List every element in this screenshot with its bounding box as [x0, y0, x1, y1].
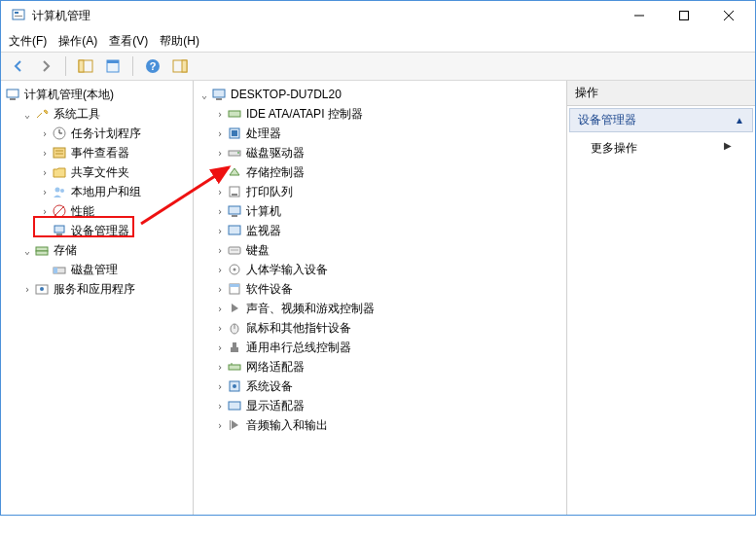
device-category[interactable]: ›通用串行总线控制器	[196, 338, 564, 357]
svg-rect-18	[54, 148, 65, 158]
svg-rect-37	[232, 130, 237, 136]
svg-rect-8	[79, 60, 84, 72]
expand-icon[interactable]: ›	[213, 323, 227, 334]
device-category[interactable]: ›存储控制器	[196, 162, 564, 182]
device-category[interactable]: ›软件设备	[196, 279, 564, 299]
action-pane-button[interactable]	[168, 54, 192, 78]
tree-task-scheduler[interactable]: 任务计划程序	[71, 126, 141, 142]
device-category-icon	[227, 242, 242, 258]
expand-icon[interactable]: ⌄	[20, 245, 34, 256]
device-category[interactable]: ›打印队列	[196, 182, 564, 201]
expand-icon[interactable]: ›	[213, 206, 227, 217]
properties-button[interactable]	[101, 54, 125, 78]
menu-file[interactable]: 文件(F)	[9, 33, 47, 50]
event-viewer-icon	[52, 145, 67, 161]
expand-icon[interactable]: ›	[213, 420, 227, 431]
shared-folders-icon	[52, 164, 67, 180]
back-button[interactable]	[7, 54, 30, 78]
device-category[interactable]: ›处理器	[196, 124, 564, 143]
help-button[interactable]: ?	[141, 54, 164, 78]
expand-icon[interactable]: ›	[213, 304, 227, 314]
more-actions[interactable]: 更多操作 ▶	[567, 134, 755, 162]
forward-button[interactable]	[34, 54, 57, 78]
toolbar-separator	[65, 56, 66, 76]
expand-icon[interactable]: ›	[38, 148, 52, 159]
tree-shared-folders[interactable]: 共享文件夹	[71, 164, 129, 181]
device-category-label: 音频输入和输出	[246, 417, 328, 434]
expand-icon[interactable]: ›	[38, 206, 52, 217]
menu-help[interactable]: 帮助(H)	[160, 33, 199, 50]
maximize-button[interactable]	[662, 1, 706, 30]
tree-event-viewer[interactable]: 事件查看器	[71, 145, 129, 161]
expand-icon[interactable]: ›	[38, 167, 52, 178]
device-root[interactable]: DESKTOP-DU7DL20	[231, 88, 342, 101]
device-category-label: 网络适配器	[246, 359, 305, 376]
tree-disk-mgmt[interactable]: 磁盘管理	[71, 262, 118, 278]
device-category[interactable]: ›音频输入和输出	[196, 415, 564, 435]
device-category[interactable]: ›网络适配器	[196, 357, 564, 377]
device-category[interactable]: ›监视器	[196, 221, 564, 240]
close-button[interactable]	[706, 1, 751, 30]
device-category[interactable]: ›人体学输入设备	[196, 260, 564, 279]
svg-rect-25	[54, 226, 64, 233]
svg-rect-0	[13, 10, 24, 19]
device-category[interactable]: ›磁盘驱动器	[196, 143, 564, 162]
services-icon	[34, 281, 50, 297]
expand-icon[interactable]: ›	[213, 381, 227, 392]
device-tree[interactable]: ⌄ DESKTOP-DU7DL20 ›IDE ATA/ATAPI 控制器›处理器…	[194, 81, 567, 515]
expand-icon[interactable]: ›	[213, 109, 227, 120]
tree-storage[interactable]: 存储	[54, 242, 77, 259]
device-category[interactable]: ›键盘	[196, 240, 564, 260]
device-category[interactable]: ›鼠标和其他指针设备	[196, 318, 564, 338]
tree-local-users[interactable]: 本地用户和组	[71, 184, 141, 200]
expand-icon[interactable]: ›	[38, 187, 52, 197]
expand-icon[interactable]: ›	[213, 128, 227, 139]
disk-mgmt-icon	[52, 262, 67, 277]
actions-header: 操作	[567, 81, 755, 106]
device-category-icon	[227, 301, 242, 316]
tree-performance[interactable]: 性能	[71, 203, 94, 220]
device-category-label: 计算机	[246, 203, 281, 220]
expand-icon[interactable]: ›	[38, 128, 52, 139]
tree-root[interactable]: 计算机管理(本地)	[24, 87, 114, 103]
expand-icon[interactable]: ›	[213, 148, 227, 159]
tree-device-manager[interactable]: 设备管理器	[71, 223, 129, 239]
menu-view[interactable]: 查看(V)	[109, 33, 148, 50]
device-category-label: 通用串行总线控制器	[246, 340, 351, 356]
device-category-icon	[227, 145, 242, 161]
menu-action[interactable]: 操作(A)	[58, 33, 97, 50]
svg-point-21	[55, 188, 60, 193]
device-category[interactable]: ›显示适配器	[196, 396, 564, 415]
expand-icon[interactable]: ›	[20, 284, 34, 295]
show-hide-tree-button[interactable]	[74, 54, 97, 78]
expand-icon[interactable]: ⌄	[20, 109, 34, 120]
svg-rect-44	[229, 226, 240, 234]
device-category[interactable]: ›IDE ATA/ATAPI 控制器	[196, 104, 564, 124]
expand-icon[interactable]: ⌄	[198, 90, 211, 100]
minimize-button[interactable]	[617, 1, 662, 30]
device-category-label: IDE ATA/ATAPI 控制器	[246, 106, 363, 123]
device-category[interactable]: ›系统设备	[196, 377, 564, 396]
device-category[interactable]: ›计算机	[196, 201, 564, 221]
actions-section[interactable]: 设备管理器 ▲	[569, 108, 753, 132]
expand-icon[interactable]: ›	[213, 362, 227, 373]
expand-icon[interactable]: ›	[213, 284, 227, 295]
svg-rect-33	[213, 90, 225, 97]
computer-icon	[211, 87, 227, 102]
expand-icon[interactable]: ›	[213, 245, 227, 256]
expand-icon[interactable]: ›	[213, 265, 227, 275]
collapse-icon[interactable]: ▲	[735, 115, 744, 126]
device-category-icon	[227, 320, 242, 336]
expand-icon[interactable]: ›	[213, 187, 227, 197]
performance-icon	[52, 203, 67, 219]
expand-icon[interactable]: ›	[213, 226, 227, 236]
tree-system-tools[interactable]: 系统工具	[54, 106, 100, 123]
device-category-label: 显示适配器	[246, 398, 305, 414]
expand-icon[interactable]: ›	[213, 342, 227, 353]
tree-services[interactable]: 服务和应用程序	[54, 281, 135, 298]
device-category[interactable]: ›声音、视频和游戏控制器	[196, 299, 564, 318]
expand-icon[interactable]: ›	[213, 401, 227, 412]
console-tree[interactable]: 计算机管理(本地) ⌄ 系统工具 › 任务计划程序 › 事件查看器 › 共享文件…	[1, 81, 194, 515]
expand-icon[interactable]: ›	[213, 167, 227, 178]
svg-rect-57	[229, 402, 240, 410]
